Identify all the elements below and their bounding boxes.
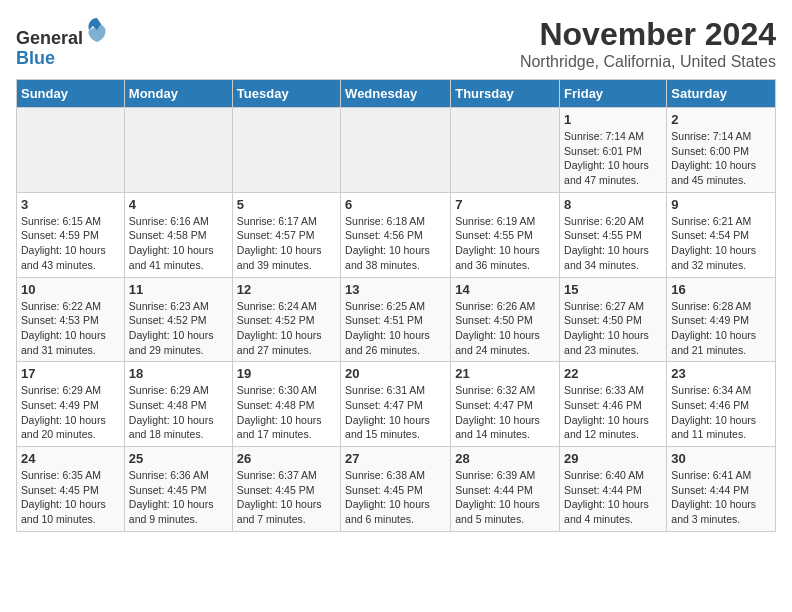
day-number: 30 (671, 451, 771, 466)
title-section: November 2024 Northridge, California, Un… (520, 16, 776, 71)
calendar-cell: 17Sunrise: 6:29 AM Sunset: 4:49 PM Dayli… (17, 362, 125, 447)
calendar-week-row: 3Sunrise: 6:15 AM Sunset: 4:59 PM Daylig… (17, 192, 776, 277)
day-info: Sunrise: 6:22 AM Sunset: 4:53 PM Dayligh… (21, 299, 120, 358)
day-number: 28 (455, 451, 555, 466)
calendar-week-row: 1Sunrise: 7:14 AM Sunset: 6:01 PM Daylig… (17, 108, 776, 193)
day-number: 14 (455, 282, 555, 297)
day-info: Sunrise: 6:21 AM Sunset: 4:54 PM Dayligh… (671, 214, 771, 273)
day-number: 27 (345, 451, 446, 466)
day-info: Sunrise: 6:30 AM Sunset: 4:48 PM Dayligh… (237, 383, 336, 442)
calendar-cell: 16Sunrise: 6:28 AM Sunset: 4:49 PM Dayli… (667, 277, 776, 362)
day-info: Sunrise: 6:20 AM Sunset: 4:55 PM Dayligh… (564, 214, 662, 273)
day-info: Sunrise: 6:15 AM Sunset: 4:59 PM Dayligh… (21, 214, 120, 273)
day-number: 5 (237, 197, 336, 212)
day-info: Sunrise: 6:28 AM Sunset: 4:49 PM Dayligh… (671, 299, 771, 358)
calendar-cell (124, 108, 232, 193)
day-info: Sunrise: 6:33 AM Sunset: 4:46 PM Dayligh… (564, 383, 662, 442)
calendar-cell: 22Sunrise: 6:33 AM Sunset: 4:46 PM Dayli… (560, 362, 667, 447)
day-info: Sunrise: 6:34 AM Sunset: 4:46 PM Dayligh… (671, 383, 771, 442)
day-number: 2 (671, 112, 771, 127)
calendar-cell: 18Sunrise: 6:29 AM Sunset: 4:48 PM Dayli… (124, 362, 232, 447)
day-number: 16 (671, 282, 771, 297)
logo-general: General (16, 28, 83, 48)
day-number: 29 (564, 451, 662, 466)
calendar-cell: 23Sunrise: 6:34 AM Sunset: 4:46 PM Dayli… (667, 362, 776, 447)
page-subtitle: Northridge, California, United States (520, 53, 776, 71)
calendar-cell: 1Sunrise: 7:14 AM Sunset: 6:01 PM Daylig… (560, 108, 667, 193)
calendar-cell: 6Sunrise: 6:18 AM Sunset: 4:56 PM Daylig… (341, 192, 451, 277)
day-info: Sunrise: 6:40 AM Sunset: 4:44 PM Dayligh… (564, 468, 662, 527)
calendar-cell: 11Sunrise: 6:23 AM Sunset: 4:52 PM Dayli… (124, 277, 232, 362)
calendar-cell (17, 108, 125, 193)
day-info: Sunrise: 6:26 AM Sunset: 4:50 PM Dayligh… (455, 299, 555, 358)
calendar-cell: 25Sunrise: 6:36 AM Sunset: 4:45 PM Dayli… (124, 447, 232, 532)
weekday-header: Wednesday (341, 80, 451, 108)
day-number: 22 (564, 366, 662, 381)
day-number: 13 (345, 282, 446, 297)
day-number: 4 (129, 197, 228, 212)
calendar-cell: 19Sunrise: 6:30 AM Sunset: 4:48 PM Dayli… (232, 362, 340, 447)
day-info: Sunrise: 6:41 AM Sunset: 4:44 PM Dayligh… (671, 468, 771, 527)
calendar-cell: 3Sunrise: 6:15 AM Sunset: 4:59 PM Daylig… (17, 192, 125, 277)
day-info: Sunrise: 6:24 AM Sunset: 4:52 PM Dayligh… (237, 299, 336, 358)
calendar-cell: 21Sunrise: 6:32 AM Sunset: 4:47 PM Dayli… (451, 362, 560, 447)
calendar-cell: 7Sunrise: 6:19 AM Sunset: 4:55 PM Daylig… (451, 192, 560, 277)
day-number: 11 (129, 282, 228, 297)
day-number: 3 (21, 197, 120, 212)
calendar-cell (232, 108, 340, 193)
calendar-cell: 4Sunrise: 6:16 AM Sunset: 4:58 PM Daylig… (124, 192, 232, 277)
day-info: Sunrise: 6:35 AM Sunset: 4:45 PM Dayligh… (21, 468, 120, 527)
calendar-cell: 13Sunrise: 6:25 AM Sunset: 4:51 PM Dayli… (341, 277, 451, 362)
calendar-cell: 29Sunrise: 6:40 AM Sunset: 4:44 PM Dayli… (560, 447, 667, 532)
day-number: 17 (21, 366, 120, 381)
day-info: Sunrise: 6:29 AM Sunset: 4:48 PM Dayligh… (129, 383, 228, 442)
calendar-cell: 5Sunrise: 6:17 AM Sunset: 4:57 PM Daylig… (232, 192, 340, 277)
calendar-cell: 27Sunrise: 6:38 AM Sunset: 4:45 PM Dayli… (341, 447, 451, 532)
day-number: 12 (237, 282, 336, 297)
day-info: Sunrise: 6:19 AM Sunset: 4:55 PM Dayligh… (455, 214, 555, 273)
day-number: 10 (21, 282, 120, 297)
day-number: 15 (564, 282, 662, 297)
calendar-cell: 24Sunrise: 6:35 AM Sunset: 4:45 PM Dayli… (17, 447, 125, 532)
day-number: 21 (455, 366, 555, 381)
calendar-cell (451, 108, 560, 193)
calendar-cell: 12Sunrise: 6:24 AM Sunset: 4:52 PM Dayli… (232, 277, 340, 362)
weekday-header: Sunday (17, 80, 125, 108)
calendar-cell: 14Sunrise: 6:26 AM Sunset: 4:50 PM Dayli… (451, 277, 560, 362)
logo-icon (85, 16, 109, 44)
page-header: General Blue November 2024 Northridge, C… (16, 16, 776, 71)
calendar-cell: 26Sunrise: 6:37 AM Sunset: 4:45 PM Dayli… (232, 447, 340, 532)
day-info: Sunrise: 6:32 AM Sunset: 4:47 PM Dayligh… (455, 383, 555, 442)
day-info: Sunrise: 6:16 AM Sunset: 4:58 PM Dayligh… (129, 214, 228, 273)
weekday-header: Monday (124, 80, 232, 108)
day-number: 23 (671, 366, 771, 381)
calendar-cell: 30Sunrise: 6:41 AM Sunset: 4:44 PM Dayli… (667, 447, 776, 532)
calendar-cell: 2Sunrise: 7:14 AM Sunset: 6:00 PM Daylig… (667, 108, 776, 193)
day-info: Sunrise: 6:17 AM Sunset: 4:57 PM Dayligh… (237, 214, 336, 273)
calendar-week-row: 10Sunrise: 6:22 AM Sunset: 4:53 PM Dayli… (17, 277, 776, 362)
weekday-header: Friday (560, 80, 667, 108)
page-title: November 2024 (520, 16, 776, 53)
day-number: 26 (237, 451, 336, 466)
calendar-table: SundayMondayTuesdayWednesdayThursdayFrid… (16, 79, 776, 532)
day-info: Sunrise: 6:29 AM Sunset: 4:49 PM Dayligh… (21, 383, 120, 442)
day-info: Sunrise: 6:36 AM Sunset: 4:45 PM Dayligh… (129, 468, 228, 527)
day-info: Sunrise: 6:39 AM Sunset: 4:44 PM Dayligh… (455, 468, 555, 527)
day-number: 1 (564, 112, 662, 127)
day-number: 19 (237, 366, 336, 381)
logo: General Blue (16, 16, 109, 69)
day-number: 18 (129, 366, 228, 381)
day-number: 9 (671, 197, 771, 212)
calendar-header-row: SundayMondayTuesdayWednesdayThursdayFrid… (17, 80, 776, 108)
day-number: 25 (129, 451, 228, 466)
day-number: 20 (345, 366, 446, 381)
day-info: Sunrise: 6:23 AM Sunset: 4:52 PM Dayligh… (129, 299, 228, 358)
day-info: Sunrise: 6:25 AM Sunset: 4:51 PM Dayligh… (345, 299, 446, 358)
calendar-cell: 15Sunrise: 6:27 AM Sunset: 4:50 PM Dayli… (560, 277, 667, 362)
day-info: Sunrise: 6:18 AM Sunset: 4:56 PM Dayligh… (345, 214, 446, 273)
weekday-header: Saturday (667, 80, 776, 108)
logo-blue: Blue (16, 48, 55, 68)
calendar-cell: 20Sunrise: 6:31 AM Sunset: 4:47 PM Dayli… (341, 362, 451, 447)
day-info: Sunrise: 6:27 AM Sunset: 4:50 PM Dayligh… (564, 299, 662, 358)
day-info: Sunrise: 6:37 AM Sunset: 4:45 PM Dayligh… (237, 468, 336, 527)
